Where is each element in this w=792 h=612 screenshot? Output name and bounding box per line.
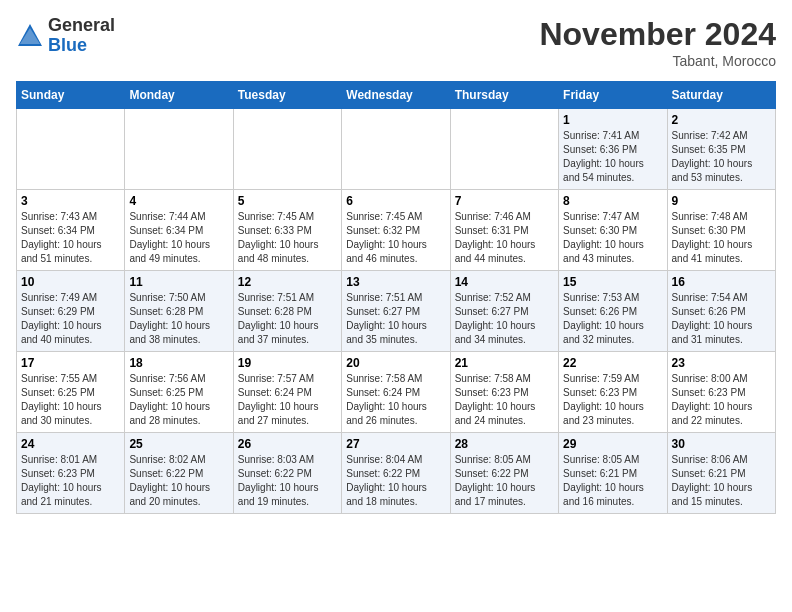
day-number: 30: [672, 437, 771, 451]
logo-general-text: General: [48, 15, 115, 35]
day-info: Sunrise: 7:44 AM Sunset: 6:34 PM Dayligh…: [129, 210, 228, 266]
day-info: Sunrise: 7:46 AM Sunset: 6:31 PM Dayligh…: [455, 210, 554, 266]
calendar-day: 7Sunrise: 7:46 AM Sunset: 6:31 PM Daylig…: [450, 190, 558, 271]
day-info: Sunrise: 8:05 AM Sunset: 6:22 PM Dayligh…: [455, 453, 554, 509]
day-number: 22: [563, 356, 662, 370]
empty-day: [342, 109, 450, 190]
calendar-day: 13Sunrise: 7:51 AM Sunset: 6:27 PM Dayli…: [342, 271, 450, 352]
calendar-day: 16Sunrise: 7:54 AM Sunset: 6:26 PM Dayli…: [667, 271, 775, 352]
day-info: Sunrise: 7:45 AM Sunset: 6:32 PM Dayligh…: [346, 210, 445, 266]
calendar-day: 9Sunrise: 7:48 AM Sunset: 6:30 PM Daylig…: [667, 190, 775, 271]
calendar-day: 21Sunrise: 7:58 AM Sunset: 6:23 PM Dayli…: [450, 352, 558, 433]
calendar-day: 26Sunrise: 8:03 AM Sunset: 6:22 PM Dayli…: [233, 433, 341, 514]
day-number: 7: [455, 194, 554, 208]
day-info: Sunrise: 7:54 AM Sunset: 6:26 PM Dayligh…: [672, 291, 771, 347]
day-info: Sunrise: 8:04 AM Sunset: 6:22 PM Dayligh…: [346, 453, 445, 509]
day-info: Sunrise: 7:51 AM Sunset: 6:27 PM Dayligh…: [346, 291, 445, 347]
day-number: 20: [346, 356, 445, 370]
day-info: Sunrise: 7:51 AM Sunset: 6:28 PM Dayligh…: [238, 291, 337, 347]
day-number: 13: [346, 275, 445, 289]
day-number: 24: [21, 437, 120, 451]
logo: General Blue: [16, 16, 115, 56]
day-number: 3: [21, 194, 120, 208]
calendar-day: 18Sunrise: 7:56 AM Sunset: 6:25 PM Dayli…: [125, 352, 233, 433]
day-info: Sunrise: 7:49 AM Sunset: 6:29 PM Dayligh…: [21, 291, 120, 347]
calendar-day: 14Sunrise: 7:52 AM Sunset: 6:27 PM Dayli…: [450, 271, 558, 352]
day-number: 23: [672, 356, 771, 370]
day-number: 5: [238, 194, 337, 208]
day-info: Sunrise: 8:03 AM Sunset: 6:22 PM Dayligh…: [238, 453, 337, 509]
day-info: Sunrise: 7:58 AM Sunset: 6:23 PM Dayligh…: [455, 372, 554, 428]
day-number: 10: [21, 275, 120, 289]
day-number: 9: [672, 194, 771, 208]
day-number: 29: [563, 437, 662, 451]
day-number: 4: [129, 194, 228, 208]
calendar-day: 15Sunrise: 7:53 AM Sunset: 6:26 PM Dayli…: [559, 271, 667, 352]
day-info: Sunrise: 7:53 AM Sunset: 6:26 PM Dayligh…: [563, 291, 662, 347]
weekday-header: Monday: [125, 82, 233, 109]
day-number: 18: [129, 356, 228, 370]
day-number: 28: [455, 437, 554, 451]
calendar-day: 10Sunrise: 7:49 AM Sunset: 6:29 PM Dayli…: [17, 271, 125, 352]
weekday-header: Wednesday: [342, 82, 450, 109]
day-info: Sunrise: 8:00 AM Sunset: 6:23 PM Dayligh…: [672, 372, 771, 428]
day-info: Sunrise: 8:01 AM Sunset: 6:23 PM Dayligh…: [21, 453, 120, 509]
location-subtitle: Tabant, Morocco: [539, 53, 776, 69]
day-info: Sunrise: 7:50 AM Sunset: 6:28 PM Dayligh…: [129, 291, 228, 347]
day-info: Sunrise: 8:05 AM Sunset: 6:21 PM Dayligh…: [563, 453, 662, 509]
day-number: 16: [672, 275, 771, 289]
day-info: Sunrise: 7:43 AM Sunset: 6:34 PM Dayligh…: [21, 210, 120, 266]
day-info: Sunrise: 7:55 AM Sunset: 6:25 PM Dayligh…: [21, 372, 120, 428]
title-block: November 2024 Tabant, Morocco: [539, 16, 776, 69]
calendar-day: 25Sunrise: 8:02 AM Sunset: 6:22 PM Dayli…: [125, 433, 233, 514]
calendar-day: 8Sunrise: 7:47 AM Sunset: 6:30 PM Daylig…: [559, 190, 667, 271]
day-number: 26: [238, 437, 337, 451]
day-info: Sunrise: 7:41 AM Sunset: 6:36 PM Dayligh…: [563, 129, 662, 185]
empty-day: [17, 109, 125, 190]
page-header: General Blue November 2024 Tabant, Moroc…: [16, 16, 776, 69]
calendar-day: 3Sunrise: 7:43 AM Sunset: 6:34 PM Daylig…: [17, 190, 125, 271]
day-number: 25: [129, 437, 228, 451]
day-number: 17: [21, 356, 120, 370]
calendar-day: 23Sunrise: 8:00 AM Sunset: 6:23 PM Dayli…: [667, 352, 775, 433]
calendar-day: 11Sunrise: 7:50 AM Sunset: 6:28 PM Dayli…: [125, 271, 233, 352]
day-info: Sunrise: 7:52 AM Sunset: 6:27 PM Dayligh…: [455, 291, 554, 347]
day-info: Sunrise: 8:02 AM Sunset: 6:22 PM Dayligh…: [129, 453, 228, 509]
logo-blue-text: Blue: [48, 35, 87, 55]
calendar-day: 1Sunrise: 7:41 AM Sunset: 6:36 PM Daylig…: [559, 109, 667, 190]
day-info: Sunrise: 7:47 AM Sunset: 6:30 PM Dayligh…: [563, 210, 662, 266]
day-number: 6: [346, 194, 445, 208]
day-info: Sunrise: 7:42 AM Sunset: 6:35 PM Dayligh…: [672, 129, 771, 185]
calendar-day: 6Sunrise: 7:45 AM Sunset: 6:32 PM Daylig…: [342, 190, 450, 271]
calendar-day: 17Sunrise: 7:55 AM Sunset: 6:25 PM Dayli…: [17, 352, 125, 433]
day-number: 12: [238, 275, 337, 289]
day-info: Sunrise: 7:56 AM Sunset: 6:25 PM Dayligh…: [129, 372, 228, 428]
calendar-table: SundayMondayTuesdayWednesdayThursdayFrid…: [16, 81, 776, 514]
weekday-header: Friday: [559, 82, 667, 109]
day-number: 2: [672, 113, 771, 127]
weekday-header: Saturday: [667, 82, 775, 109]
day-info: Sunrise: 7:48 AM Sunset: 6:30 PM Dayligh…: [672, 210, 771, 266]
day-info: Sunrise: 7:58 AM Sunset: 6:24 PM Dayligh…: [346, 372, 445, 428]
calendar-header: SundayMondayTuesdayWednesdayThursdayFrid…: [17, 82, 776, 109]
calendar-day: 2Sunrise: 7:42 AM Sunset: 6:35 PM Daylig…: [667, 109, 775, 190]
calendar-day: 12Sunrise: 7:51 AM Sunset: 6:28 PM Dayli…: [233, 271, 341, 352]
calendar-day: 28Sunrise: 8:05 AM Sunset: 6:22 PM Dayli…: [450, 433, 558, 514]
day-number: 14: [455, 275, 554, 289]
svg-marker-1: [20, 28, 40, 44]
calendar-day: 24Sunrise: 8:01 AM Sunset: 6:23 PM Dayli…: [17, 433, 125, 514]
day-info: Sunrise: 7:59 AM Sunset: 6:23 PM Dayligh…: [563, 372, 662, 428]
day-info: Sunrise: 7:45 AM Sunset: 6:33 PM Dayligh…: [238, 210, 337, 266]
day-info: Sunrise: 7:57 AM Sunset: 6:24 PM Dayligh…: [238, 372, 337, 428]
calendar-day: 19Sunrise: 7:57 AM Sunset: 6:24 PM Dayli…: [233, 352, 341, 433]
day-number: 19: [238, 356, 337, 370]
weekday-header: Thursday: [450, 82, 558, 109]
empty-day: [450, 109, 558, 190]
day-number: 15: [563, 275, 662, 289]
calendar-day: 5Sunrise: 7:45 AM Sunset: 6:33 PM Daylig…: [233, 190, 341, 271]
calendar-day: 27Sunrise: 8:04 AM Sunset: 6:22 PM Dayli…: [342, 433, 450, 514]
calendar-day: 30Sunrise: 8:06 AM Sunset: 6:21 PM Dayli…: [667, 433, 775, 514]
calendar-day: 22Sunrise: 7:59 AM Sunset: 6:23 PM Dayli…: [559, 352, 667, 433]
day-number: 27: [346, 437, 445, 451]
weekday-header: Tuesday: [233, 82, 341, 109]
